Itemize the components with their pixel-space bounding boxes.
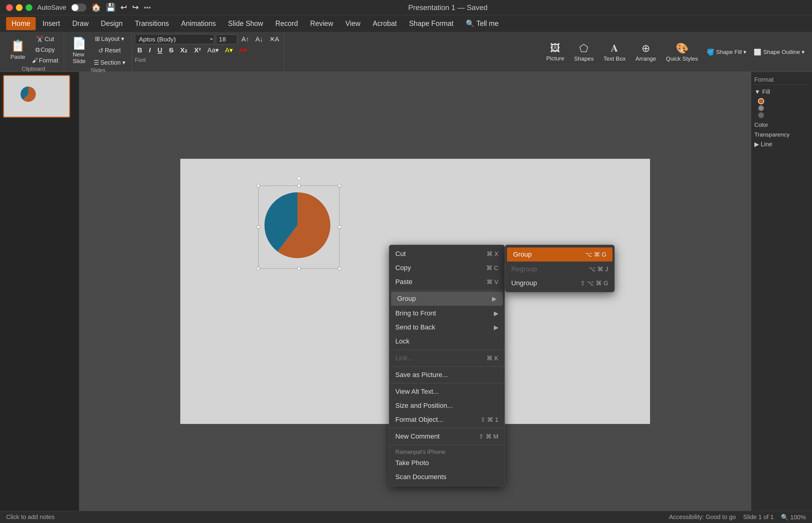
- ribbon: 📋 Paste ✂️ Cut ⧉ Copy 🖌 Format Clipboard: [0, 32, 812, 72]
- section-button[interactable]: ☰ Section ▾: [91, 57, 128, 68]
- ctx-link[interactable]: Link... ⌘ K: [389, 351, 504, 365]
- font-family-select[interactable]: Aptos (Body): [135, 34, 214, 44]
- ctx-new-comment[interactable]: New Comment ⇧ ⌘ M: [389, 429, 504, 444]
- font-color-button[interactable]: A▾: [237, 46, 249, 55]
- canvas-area[interactable]: Cut ⌘ X Copy ⌘ C Paste ⌘ V Group ▶ Brin: [79, 72, 751, 511]
- ctx-save-picture-label: Save as Picture...: [395, 371, 448, 379]
- menu-insert[interactable]: Insert: [37, 17, 66, 30]
- menu-record[interactable]: Record: [270, 17, 304, 30]
- menu-review[interactable]: Review: [305, 17, 339, 30]
- font-size-input[interactable]: [216, 34, 237, 44]
- menu-slideshow[interactable]: Slide Show: [223, 17, 269, 30]
- subscript-button[interactable]: X₂: [178, 46, 190, 55]
- menu-home[interactable]: Home: [6, 17, 36, 30]
- fill-collapse-icon[interactable]: ▼: [754, 88, 760, 95]
- zoom-controls[interactable]: 🔍 100%: [781, 513, 806, 521]
- superscript-button[interactable]: X²: [192, 46, 203, 55]
- ctx-group[interactable]: Group ▶: [391, 292, 503, 306]
- menu-design[interactable]: Design: [96, 17, 128, 30]
- menu-view[interactable]: View: [340, 17, 366, 30]
- menu-animations[interactable]: Animations: [176, 17, 222, 30]
- ctx-send-to-back[interactable]: Send to Back ▶: [389, 320, 504, 334]
- paste-button[interactable]: 📋 Paste: [6, 34, 30, 65]
- slide-thumbnail-1[interactable]: [3, 75, 70, 118]
- search-icon: 🔍: [466, 19, 474, 28]
- ctx-copy[interactable]: Copy ⌘ C: [389, 261, 504, 275]
- ctx-paste[interactable]: Paste ⌘ V: [389, 275, 504, 289]
- menu-bar: Home Insert Draw Design Transitions Anim…: [0, 15, 812, 32]
- shape-outline-button[interactable]: ⬜ Shape Outline ▾: [751, 47, 808, 58]
- handle-bm[interactable]: [297, 267, 300, 270]
- bold-button[interactable]: B: [135, 46, 144, 55]
- rotation-handle[interactable]: [297, 177, 301, 180]
- maximize-button[interactable]: [25, 4, 32, 11]
- text-box-icon: 𝐀: [611, 42, 618, 54]
- text-box-button[interactable]: 𝐀 Text Box: [599, 34, 630, 70]
- ctx-format-object[interactable]: Format Object... ⇧ ⌘ 1: [389, 413, 504, 427]
- handle-tr[interactable]: [338, 184, 341, 187]
- submenu-ungroup-item[interactable]: Ungroup ⇧ ⌥ ⌘ G: [505, 276, 614, 290]
- transparency-label: Transparency: [754, 131, 809, 139]
- color-circle-gray1[interactable]: [758, 105, 764, 111]
- underline-button[interactable]: U: [155, 46, 165, 55]
- pie-chart-container[interactable]: [258, 186, 340, 269]
- menu-tell-me[interactable]: 🔍 Tell me: [460, 17, 504, 30]
- copy-label: Copy: [40, 46, 55, 53]
- shape-fill-label: Shape Fill ▾: [716, 49, 747, 55]
- ctx-send-back-label: Send to Back: [395, 323, 435, 331]
- color-circle-orange[interactable]: [758, 98, 764, 104]
- shape-outline-icon: ⬜: [754, 49, 761, 56]
- handle-tl[interactable]: [257, 184, 260, 187]
- autosave-toggle[interactable]: [71, 4, 86, 12]
- italic-button[interactable]: I: [146, 46, 153, 55]
- ctx-cut[interactable]: Cut ⌘ X: [389, 247, 504, 261]
- arrange-button[interactable]: ⊕ Arrange: [631, 34, 660, 70]
- menu-acrobat[interactable]: Acrobat: [367, 17, 402, 30]
- layout-button[interactable]: ⊞ Layout ▾: [91, 33, 128, 44]
- submenu-group-item[interactable]: Group ⌥ ⌘ G: [507, 248, 612, 262]
- ctx-bring-to-front[interactable]: Bring to Front ▶: [389, 306, 504, 320]
- picture-button[interactable]: 🖼 Picture: [542, 34, 569, 70]
- font-size-increase-button[interactable]: A↑: [239, 34, 251, 44]
- close-button[interactable]: [6, 4, 13, 11]
- menu-draw[interactable]: Draw: [67, 17, 94, 30]
- handle-mr[interactable]: [338, 226, 341, 229]
- ctx-lock[interactable]: Lock: [389, 334, 504, 348]
- line-collapse-icon[interactable]: ▶: [754, 141, 759, 148]
- shapes-button[interactable]: ⬠ Shapes: [570, 34, 598, 70]
- quick-styles-button[interactable]: 🎨 Quick Styles: [662, 34, 703, 70]
- handle-br[interactable]: [338, 267, 341, 270]
- home-icon[interactable]: 🏠: [91, 3, 101, 12]
- handle-tm[interactable]: [297, 184, 300, 187]
- highlight-button[interactable]: A▾: [223, 46, 235, 55]
- ctx-size-position[interactable]: Size and Position...: [389, 399, 504, 413]
- reset-button[interactable]: ↺ Reset: [91, 45, 128, 56]
- ctx-scan-documents[interactable]: Scan Documents: [389, 470, 504, 484]
- save-icon[interactable]: 💾: [106, 3, 116, 12]
- minimize-button[interactable]: [16, 4, 22, 11]
- new-slide-button[interactable]: 📄 NewSlide: [68, 34, 91, 67]
- undo-icon[interactable]: ↩: [120, 3, 127, 12]
- shape-fill-button[interactable]: 🪣 Shape Fill ▾: [704, 47, 750, 58]
- cut-button[interactable]: ✂️ Cut: [30, 34, 61, 44]
- font-size-decrease-button[interactable]: A↓: [253, 34, 265, 44]
- redo-icon[interactable]: ↪: [132, 3, 139, 12]
- ctx-view-alt[interactable]: View Alt Text...: [389, 385, 504, 399]
- menu-transitions[interactable]: Transitions: [129, 17, 174, 30]
- ctx-save-picture[interactable]: Save as Picture...: [389, 368, 504, 382]
- color-circle-gray2[interactable]: [758, 112, 764, 118]
- ctx-take-photo[interactable]: Take Photo: [389, 456, 504, 470]
- handle-bl[interactable]: [257, 267, 260, 270]
- text-case-button[interactable]: Aa▾: [205, 46, 221, 55]
- format-button[interactable]: 🖌 Format: [30, 56, 61, 65]
- clear-format-button[interactable]: ✕A: [267, 34, 281, 44]
- slide-canvas: Cut ⌘ X Copy ⌘ C Paste ⌘ V Group ▶ Brin: [180, 159, 650, 424]
- handle-ml[interactable]: [257, 226, 260, 229]
- more-icon[interactable]: •••: [144, 4, 151, 12]
- arrange-label: Arrange: [635, 55, 656, 62]
- menu-shape-format[interactable]: Shape Format: [403, 17, 459, 30]
- strikethrough-button[interactable]: S: [167, 46, 176, 55]
- copy-button[interactable]: ⧉ Copy: [30, 45, 61, 55]
- submenu-regroup-item[interactable]: Regroup ⌥ ⌘ J: [505, 262, 614, 276]
- notes-hint: Click to add notes: [6, 513, 55, 521]
